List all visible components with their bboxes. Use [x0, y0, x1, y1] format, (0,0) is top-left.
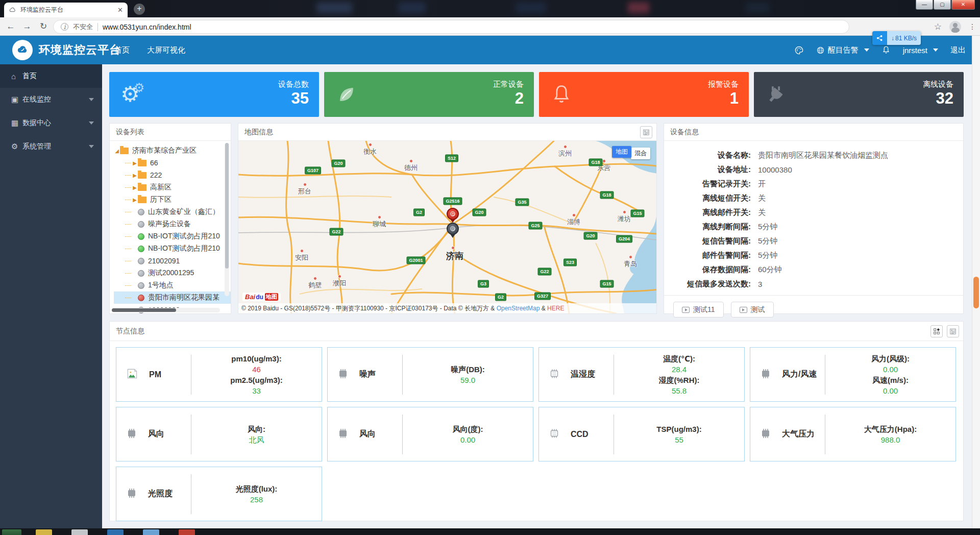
sidebar-item-home[interactable]: ⌂首页: [0, 64, 102, 88]
profile-avatar[interactable]: [949, 21, 961, 33]
tree-item[interactable]: 1号地点: [114, 279, 231, 291]
node-card[interactable]: 大气压力大气压力(Hpa):988.0: [750, 407, 956, 461]
stat-card-normal[interactable]: 正常设备2: [324, 72, 534, 117]
window-minimize-button[interactable]: —: [916, 0, 933, 10]
selected-device-marker[interactable]: [447, 223, 459, 238]
folder-icon: [138, 172, 146, 179]
tree-item[interactable]: ▶高新区: [114, 181, 231, 193]
map-panel-detail-icon[interactable]: [640, 126, 652, 138]
road-badge: G107: [305, 167, 321, 175]
window-maximize-button[interactable]: ▢: [934, 0, 951, 10]
tab-close-icon[interactable]: ✕: [117, 7, 123, 13]
node-card[interactable]: 风向风向(度):0.00: [327, 407, 533, 461]
taskbar-folder-icon[interactable]: [36, 529, 52, 535]
node-card[interactable]: 风力/风速风力(风级):0.00风速(m/s):0.00: [750, 347, 956, 402]
tree-connector: [125, 212, 131, 212]
window-close-button[interactable]: ✕: [951, 0, 975, 10]
windows-taskbar[interactable]: [0, 528, 980, 535]
reload-button[interactable]: ↻: [37, 20, 50, 33]
folder-icon: [138, 184, 146, 191]
page-info-icon[interactable]: i: [61, 23, 68, 31]
nav-item-bigscreen[interactable]: 大屏可视化: [147, 45, 185, 55]
logout-button[interactable]: 退出: [950, 45, 966, 55]
stat-card-alarm[interactable]: 报警设备1: [539, 72, 749, 117]
tree-expander-icon[interactable]: ▶: [132, 160, 138, 166]
tree-expander-icon[interactable]: ▶: [132, 173, 138, 178]
device-info-row: 离线邮件开关:关: [673, 205, 954, 220]
city-dot: [378, 215, 381, 219]
osm-link[interactable]: OpenStreetMap: [497, 305, 540, 312]
node-card[interactable]: 风向风向:北风: [116, 407, 322, 461]
new-tab-button[interactable]: +: [134, 4, 145, 15]
tree-item[interactable]: ▶66: [114, 157, 231, 169]
tree-item[interactable]: ▶历下区: [114, 193, 231, 206]
stat-card-total[interactable]: ⚙⚙设备总数35: [109, 72, 319, 117]
node-card[interactable]: PMpm10(ug/m3):46pm2.5(ug/m3):33: [116, 347, 322, 402]
node-card[interactable]: CCDTSP(ug/m3):55: [538, 407, 745, 461]
nav-item-home[interactable]: 首页: [114, 45, 130, 55]
node-card[interactable]: 光照度光照度(lux):258: [116, 467, 322, 521]
node-card-metrics: 噪声(DB):59.0: [403, 364, 533, 385]
node-card[interactable]: 噪声噪声(DB):59.0: [327, 347, 533, 402]
sidebar-item-database[interactable]: ▦数据中心: [0, 111, 102, 135]
baidu-map[interactable]: 衡水德州滨州东营淄博潍坊聊城邢台泰安安阳鹤壁濮阳青岛G20G107S12G18G…: [238, 141, 656, 313]
tree-expander-icon[interactable]: ▶: [132, 185, 138, 190]
map-attribution: © 2019 Baidu - GS(2018)5572号 - 甲测资字11009…: [238, 303, 656, 313]
forward-button[interactable]: →: [20, 20, 34, 33]
tree-item[interactable]: 测试20001295: [114, 267, 231, 279]
tree-item[interactable]: 21002091: [114, 255, 231, 267]
node-card-left: 噪声: [328, 368, 402, 382]
tree-item-label: 贵阳市南明区花果园某: [148, 293, 219, 302]
video-play-icon: [682, 307, 690, 313]
tree-expander-icon[interactable]: ▶: [132, 197, 138, 203]
browser-tab[interactable]: 环境监控云平台 ✕: [4, 3, 128, 17]
theme-palette-icon[interactable]: [794, 45, 804, 55]
taskbar-app-icon[interactable]: [143, 529, 159, 535]
bookmark-star-icon[interactable]: ☆: [934, 21, 942, 32]
taskbar-app-icon[interactable]: [71, 529, 88, 535]
test-button[interactable]: 测试: [731, 302, 774, 318]
taskbar-app-icon[interactable]: [179, 529, 195, 535]
user-menu[interactable]: jnrstest: [903, 46, 938, 55]
device-info-label: 告警记录开关:: [673, 179, 751, 189]
taskbar-app-icon[interactable]: [107, 529, 124, 535]
tree-horizontal-scrollbar[interactable]: [112, 308, 220, 312]
map-type-hybrid-button[interactable]: 混合: [631, 148, 650, 159]
stat-cards-row: ⚙⚙设备总数35正常设备2报警设备1离线设备32: [109, 72, 964, 117]
map-type-map-button[interactable]: 地图: [612, 146, 631, 158]
here-link[interactable]: HERE: [547, 305, 564, 312]
stat-card-offline[interactable]: 离线设备32: [754, 72, 964, 117]
map-panel: 地图信息: [238, 123, 657, 314]
back-button[interactable]: ←: [4, 20, 17, 33]
taskbar-start-icon[interactable]: [2, 529, 21, 535]
city-name: 鹤壁: [308, 281, 322, 290]
tree-item[interactable]: NB-IOT测试勿占用210: [114, 242, 231, 255]
node-grid-view-icon[interactable]: [930, 325, 943, 337]
url-field[interactable]: i 不安全 www.0531yun.cn/index.html: [53, 20, 849, 34]
tree-expander-icon[interactable]: ◢: [114, 148, 120, 154]
notification-bell-icon[interactable]: [881, 45, 891, 55]
tree-item[interactable]: ◢济南市某综合产业区: [114, 144, 231, 157]
road-badge: G25: [528, 222, 542, 230]
alert-style-menu[interactable]: 醒目告警: [816, 45, 869, 55]
tree-item[interactable]: ▶222: [114, 169, 231, 181]
sidebar-item-monitor[interactable]: ▣在线监控: [0, 88, 102, 111]
tree-item[interactable]: NB-IOT测试勿占用210: [114, 230, 231, 242]
node-card[interactable]: 温湿度温度(℃):28.4湿度(%RH):55.8: [538, 347, 745, 402]
test-button[interactable]: 测试11: [673, 302, 724, 318]
tree-item[interactable]: 噪声扬尘设备: [114, 218, 231, 230]
tab-favicon-cloud-icon: [9, 6, 16, 14]
device-status-dot-gray: [138, 209, 144, 215]
road-badge: G20: [583, 232, 597, 240]
page-scrollbar[interactable]: [972, 36, 980, 528]
download-speed-badge[interactable]: ↓81 KB/s: [872, 31, 921, 45]
tree-item[interactable]: 山东黄金矿业（鑫汇）: [114, 206, 231, 218]
browser-menu-icon[interactable]: ⋮: [969, 22, 976, 31]
sidebar-item-gear[interactable]: ⚙系统管理: [0, 135, 102, 158]
page-scrollbar-thumb[interactable]: [973, 277, 979, 308]
node-list-view-icon[interactable]: [947, 325, 959, 337]
map-city-label: 邢台: [298, 183, 311, 196]
tree-item[interactable]: 贵阳市南明区花果园某: [114, 291, 231, 304]
alarm-device-marker[interactable]: [447, 208, 459, 223]
tree-vertical-scrollbar[interactable]: [225, 143, 229, 296]
